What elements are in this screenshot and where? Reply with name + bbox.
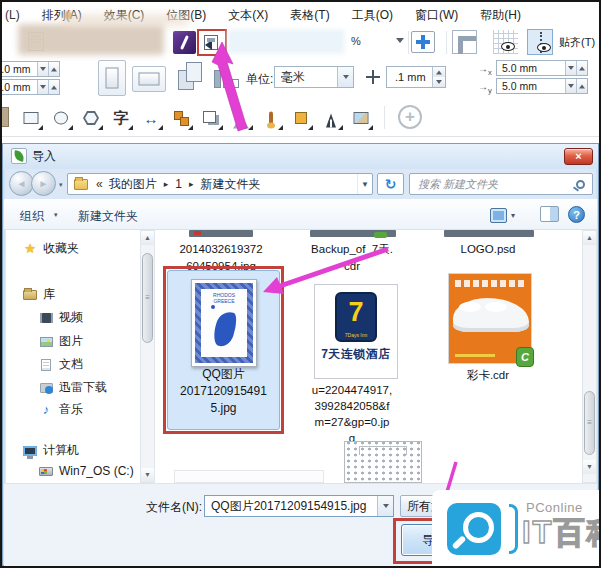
file-list: 2014032619372 60450954.jpg Backup_of_7天.…	[158, 230, 582, 483]
help-icon[interactable]: ?	[568, 206, 585, 223]
sidebar-item-pictures[interactable]: 图片	[38, 333, 83, 350]
scrollbar-thumb[interactable]: ≡	[142, 253, 153, 343]
new-folder-button[interactable]: 新建文件夹	[78, 208, 138, 225]
units-combobox[interactable]: 毫米	[274, 66, 354, 88]
fill-tool-icon[interactable]	[348, 105, 374, 131]
scroll-up-icon[interactable]: ▲	[583, 231, 596, 245]
scrollbar-thumb[interactable]: ≡	[584, 391, 595, 455]
units-label: 单位:	[246, 71, 273, 88]
music-note-icon: ♪	[43, 402, 50, 417]
breadcrumb-item[interactable]: 新建文件夹	[197, 176, 263, 193]
rulers-toggle-icon[interactable]	[452, 30, 477, 54]
sidebar-item-drive-c[interactable]: Win7_OS (C:)	[38, 464, 134, 478]
pan-tool-icon[interactable]	[411, 31, 435, 53]
sidebar-item-favorites[interactable]: ★ 收藏夹	[22, 240, 79, 257]
views-dropdown-icon[interactable]: ▾	[511, 211, 515, 220]
spinner[interactable]	[37, 62, 59, 76]
text-tool-icon[interactable]: 字	[108, 105, 134, 131]
grid-visibility-icon[interactable]	[493, 30, 518, 54]
filename-combobox[interactable]: QQ图片20171209154915.jpg	[204, 495, 394, 517]
forward-button[interactable]: ►	[31, 171, 56, 196]
breadcrumb[interactable]: « 我的图片 ▸ 1 ▸ 新建文件夹 ▼	[67, 173, 373, 195]
polygon-tool-icon[interactable]	[78, 105, 104, 131]
library-folder-icon	[23, 290, 37, 300]
import-icon[interactable]	[204, 35, 218, 50]
eyedropper-tool-icon[interactable]	[258, 105, 284, 131]
menu-item-text[interactable]: 文本(X)	[217, 3, 279, 28]
file-label[interactable]: LOGO.psd	[432, 241, 544, 258]
sidebar-item-libraries[interactable]: 库	[22, 286, 55, 303]
file-thumbnail-caika[interactable]: C	[448, 273, 532, 364]
file-label[interactable]: Backup_of_7天. cdr	[296, 241, 408, 274]
close-icon[interactable]: ×	[564, 148, 593, 165]
guidelines-visibility-icon[interactable]	[527, 29, 553, 55]
views-button[interactable]: ▾	[490, 205, 526, 225]
drop-shadow-tool-icon[interactable]	[198, 105, 224, 131]
landscape-orientation-button[interactable]	[132, 66, 166, 92]
drawing-units-icon[interactable]	[214, 65, 240, 91]
nudge-field[interactable]: .1 mm	[386, 66, 446, 88]
duplicate-x-field[interactable]: 5.0 mm	[496, 60, 588, 76]
organize-dropdown-icon[interactable]: ▾	[54, 211, 58, 219]
partial-tool-icon[interactable]	[0, 107, 9, 127]
toolbar-separator	[408, 31, 409, 54]
position-y-field[interactable]: 7.0 mm	[0, 79, 60, 95]
sidebar-item-thunder-downloads[interactable]: 迅雷下载	[38, 379, 107, 396]
scroll-up-icon[interactable]: ▲	[141, 231, 154, 245]
sidebar-item-music[interactable]: ♪ 音乐	[38, 401, 83, 418]
duplicate-y-field[interactable]: 5.0 mm	[496, 78, 588, 94]
spinner[interactable]	[565, 61, 587, 75]
connector-tool-icon[interactable]	[168, 105, 194, 131]
preview-pane-icon[interactable]	[540, 206, 559, 222]
refresh-icon[interactable]: ↻	[377, 173, 404, 195]
star-icon: ★	[24, 241, 36, 256]
spinner[interactable]	[432, 67, 445, 87]
scroll-down-icon[interactable]: ▼	[141, 468, 154, 482]
portrait-orientation-button[interactable]	[98, 60, 126, 96]
history-dropdown-icon[interactable]: ▾	[59, 181, 63, 189]
menu-item-tools[interactable]: 工具(O)	[341, 3, 404, 28]
zoom-combo-arrow-icon[interactable]	[396, 38, 404, 47]
pen-tool-icon[interactable]	[318, 105, 344, 131]
sidebar-item-videos[interactable]: 视频	[38, 309, 83, 326]
ellipse-tool-icon[interactable]	[48, 105, 74, 131]
download-folder-icon	[40, 383, 53, 393]
spinner[interactable]	[565, 79, 587, 93]
rectangle-tool-icon[interactable]	[18, 105, 44, 131]
add-tool-icon[interactable]: +	[398, 105, 422, 129]
dimension-tool-icon[interactable]: ↔	[138, 105, 164, 131]
sidebar-scrollbar[interactable]: ▲ ≡ ▼	[140, 230, 155, 483]
snap-to-label[interactable]: 贴齐(T)	[559, 35, 595, 50]
menu-item-table[interactable]: 表格(T)	[279, 3, 340, 28]
breadcrumb-dropdown-icon[interactable]: ▼	[357, 174, 372, 194]
scroll-down-icon[interactable]: ▼	[583, 460, 596, 474]
search-input[interactable]: 搜索 新建文件夹	[409, 173, 593, 195]
breadcrumb-chevrons[interactable]: «	[93, 177, 106, 191]
organize-button[interactable]: 组织	[20, 208, 44, 225]
app-launcher-icon[interactable]	[173, 31, 196, 54]
smart-fill-tool-icon[interactable]	[288, 105, 314, 131]
sidebar-item-computer[interactable]: 计算机	[22, 442, 79, 459]
extrude-tool-icon[interactable]	[228, 105, 254, 131]
file-label[interactable]: u=2204474917, 3992842058&f m=27&gp=0.jp …	[292, 382, 412, 446]
all-pages-icon[interactable]	[178, 62, 208, 94]
file-thumbnail-7days[interactable]: 7 7Days Inn 7天连锁酒店	[314, 284, 398, 379]
file-list-scrollbar[interactable]: ▲ ≡ ▼	[582, 230, 597, 483]
breadcrumb-item[interactable]: 我的图片	[106, 176, 160, 193]
censor-blur	[60, 14, 190, 26]
position-x-field[interactable]: 0.0 mm	[0, 61, 60, 77]
cdr-badge-icon	[374, 232, 387, 238]
menu-item-cut[interactable]: (L)	[2, 4, 31, 26]
combo-arrow-icon[interactable]	[377, 496, 393, 516]
combo-arrow-icon[interactable]	[337, 67, 353, 87]
dialog-titlebar[interactable]: 导入 ×	[3, 144, 598, 169]
thumbnail-partial-orgchart[interactable]	[344, 441, 422, 483]
spinner[interactable]	[37, 80, 59, 94]
breadcrumb-item[interactable]: 1	[172, 177, 185, 191]
menu-item-window[interactable]: 窗口(W)	[404, 3, 469, 28]
sidebar-item-documents[interactable]: 文档	[38, 356, 83, 373]
menu-item-help[interactable]: 帮助(H)	[469, 3, 532, 28]
thumbnail-partial[interactable]	[444, 230, 534, 237]
file-label[interactable]: 彩卡.cdr	[432, 367, 544, 384]
thumbnail-partial[interactable]	[174, 470, 324, 483]
